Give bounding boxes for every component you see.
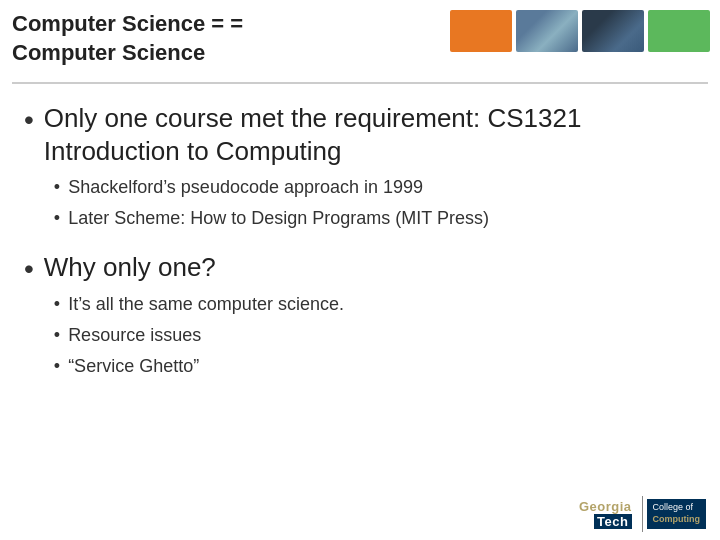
- sub-bullet-1-2-dot: •: [54, 206, 60, 231]
- main-bullet-2-content: Why only one? • It’s all the same comput…: [44, 251, 344, 385]
- sub-bullet-1-1-dot: •: [54, 175, 60, 200]
- sub-bullet-2-1-text: It’s all the same computer science.: [68, 292, 344, 317]
- sub-bullet-2-3-text: “Service Ghetto”: [68, 354, 199, 379]
- footer-logo: Georgia Tech College of Computing: [579, 496, 706, 532]
- slide: Computer Science = = Computer Science • …: [0, 0, 720, 540]
- main-bullet-2: • Why only one? • It’s all the same comp…: [24, 251, 696, 385]
- sub-bullet-1-1-text: Shackelford’s pseudocode approach in 199…: [68, 175, 423, 200]
- header-image-photo2: [582, 10, 644, 52]
- sub-bullet-1-2: • Later Scheme: How to Design Programs (…: [54, 206, 696, 231]
- header-image-green: [648, 10, 710, 52]
- main-bullet-1-content: Only one course met the requirement: CS1…: [44, 102, 696, 237]
- college-of-computing-logo: College of Computing: [647, 499, 707, 528]
- header-image-photo1: [516, 10, 578, 52]
- main-bullet-2-text: Why only one?: [44, 251, 344, 284]
- slide-title: Computer Science = = Computer Science: [12, 6, 243, 67]
- sub-bullets-1: • Shackelford’s pseudocode approach in 1…: [54, 175, 696, 231]
- sub-bullet-2-2-dot: •: [54, 323, 60, 348]
- tech-text: Tech: [594, 514, 631, 529]
- header-images: [450, 6, 710, 52]
- title-line2: Computer Science: [12, 39, 243, 68]
- sub-bullet-2-3: • “Service Ghetto”: [54, 354, 344, 379]
- georgia-tech-logo: Georgia Tech: [579, 499, 632, 529]
- logo-divider: [642, 496, 643, 532]
- main-bullet-1: • Only one course met the requirement: C…: [24, 102, 696, 237]
- main-bullet-2-dot: •: [24, 255, 34, 283]
- college-line2: Computing: [653, 514, 701, 526]
- main-bullet-1-text: Only one course met the requirement: CS1…: [44, 102, 696, 167]
- slide-content: • Only one course met the requirement: C…: [0, 84, 720, 486]
- sub-bullet-1-1: • Shackelford’s pseudocode approach in 1…: [54, 175, 696, 200]
- sub-bullet-2-1-dot: •: [54, 292, 60, 317]
- slide-header: Computer Science = = Computer Science: [0, 0, 720, 82]
- georgia-text: Georgia: [579, 499, 632, 514]
- college-line1: College of: [653, 502, 694, 514]
- sub-bullet-2-1: • It’s all the same computer science.: [54, 292, 344, 317]
- sub-bullet-2-2: • Resource issues: [54, 323, 344, 348]
- main-bullet-1-dot: •: [24, 106, 34, 134]
- sub-bullet-1-2-text: Later Scheme: How to Design Programs (MI…: [68, 206, 489, 231]
- sub-bullet-2-3-dot: •: [54, 354, 60, 379]
- sub-bullet-2-2-text: Resource issues: [68, 323, 201, 348]
- slide-footer: Georgia Tech College of Computing: [0, 486, 720, 540]
- title-line1: Computer Science = =: [12, 10, 243, 39]
- main-bullets: • Only one course met the requirement: C…: [24, 102, 696, 385]
- header-image-orange: [450, 10, 512, 52]
- sub-bullets-2: • It’s all the same computer science. • …: [54, 292, 344, 380]
